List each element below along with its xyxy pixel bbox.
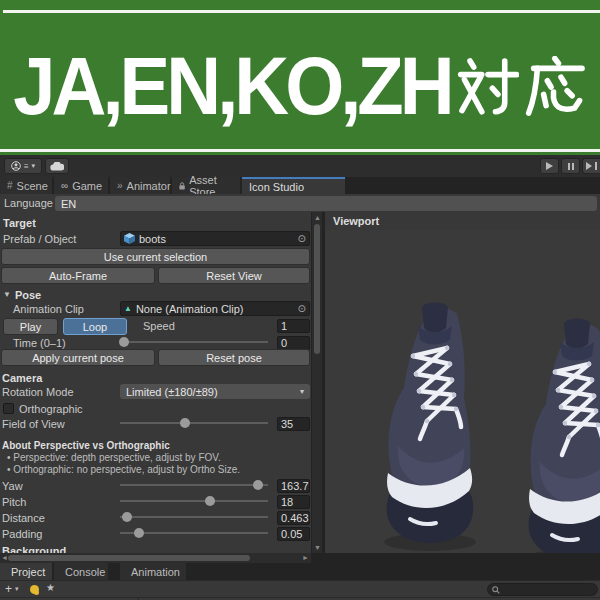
hscroll-thumb[interactable]: [8, 555, 250, 561]
tab-scene[interactable]: # Scene: [0, 177, 52, 194]
slider-handle[interactable]: [205, 496, 215, 506]
tab-animation[interactable]: Animation: [120, 563, 186, 580]
pose-foldout-icon[interactable]: ▼: [3, 290, 11, 299]
loop-toggle-button[interactable]: Loop: [63, 318, 127, 335]
speed-value-field[interactable]: 1: [277, 319, 310, 333]
chevron-down-icon[interactable]: ▾: [15, 585, 19, 593]
tab-label: Project: [11, 566, 45, 578]
language-dropdown[interactable]: EN: [55, 196, 597, 211]
field-value: 35: [281, 418, 293, 430]
project-toolbar: + ▾ ★: [0, 580, 600, 597]
field-value: 0.4639: [281, 512, 310, 524]
pause-button[interactable]: [561, 158, 580, 174]
field-value: 0.05: [281, 528, 302, 540]
boots-3d-render: [325, 230, 600, 553]
slider-handle[interactable]: [122, 512, 132, 522]
layers-icon: ≡: [24, 162, 29, 171]
time-slider[interactable]: [120, 335, 268, 349]
account-menu-button[interactable]: ≡ ▾: [4, 158, 42, 174]
field-of-view-value-field[interactable]: 35: [277, 417, 310, 431]
animation-clip-label: Animation Clip: [13, 303, 84, 315]
play-icon: [546, 162, 553, 170]
tab-asset-store[interactable]: Asset Store: [172, 177, 240, 194]
language-row: Language EN: [0, 194, 600, 212]
left-panel-hscrollbar[interactable]: ◄ ►: [0, 553, 311, 563]
asset-store-lock-icon: [179, 181, 185, 191]
padding-value-field[interactable]: 0.05: [277, 527, 310, 541]
button-label: Play: [20, 321, 41, 333]
language-value: EN: [61, 198, 76, 210]
pitch-value-field[interactable]: 18: [277, 495, 310, 509]
tab-animator[interactable]: » Animator: [110, 177, 170, 194]
play-pose-button[interactable]: Play: [3, 318, 58, 335]
create-add-button[interactable]: +: [5, 582, 12, 596]
use-current-selection-button[interactable]: Use current selection: [1, 248, 310, 265]
banner-top-line: [3, 10, 600, 13]
reset-pose-button[interactable]: Reset pose: [158, 349, 310, 366]
distance-label: Distance: [2, 512, 45, 524]
time-value-field[interactable]: 0: [277, 336, 310, 350]
distance-value-field[interactable]: 0.4639: [277, 511, 310, 525]
scroll-right-icon[interactable]: ►: [302, 554, 309, 561]
prefab-object-value: boots: [139, 233, 166, 245]
chevron-down-icon: ▾: [32, 162, 36, 170]
unity-toolbar: ≡ ▾: [0, 155, 600, 177]
orthographic-checkbox[interactable]: [3, 403, 14, 414]
rotation-mode-dropdown[interactable]: Limited (±180/±89) ▾: [120, 384, 310, 399]
viewport-3d-canvas[interactable]: [325, 230, 600, 553]
scroll-down-icon[interactable]: ▼: [314, 544, 321, 551]
tab-label: Icon Studio: [249, 181, 304, 193]
slider-track: [120, 500, 268, 502]
tab-console[interactable]: Console: [54, 563, 108, 580]
pitch-label: Pitch: [2, 496, 26, 508]
auto-frame-button[interactable]: Auto-Frame: [1, 267, 155, 284]
slider-track: [120, 484, 268, 486]
package-visibility-icon[interactable]: [30, 585, 39, 594]
left-panel-vscrollbar[interactable]: ▲ ▼: [311, 212, 322, 553]
tab-icon-studio[interactable]: Icon Studio: [242, 177, 345, 194]
prefab-cube-icon: [124, 233, 135, 244]
editor-tab-bar: # Scene ∞ Game » Animator Asset Store Ic…: [0, 177, 600, 194]
search-field[interactable]: [487, 583, 598, 596]
scroll-left-icon[interactable]: ◄: [1, 554, 8, 561]
cloud-button[interactable]: [45, 158, 69, 174]
play-button[interactable]: [540, 158, 559, 174]
pitch-slider[interactable]: [120, 494, 268, 508]
yaw-value-field[interactable]: 163.75: [277, 479, 310, 493]
vscroll-thumb[interactable]: [314, 224, 320, 354]
scroll-up-icon[interactable]: ▲: [314, 214, 321, 221]
padding-slider[interactable]: [120, 526, 268, 540]
slider-handle[interactable]: [253, 480, 263, 490]
time-label: Time (0–1): [13, 337, 66, 349]
tab-project[interactable]: Project: [0, 563, 52, 580]
object-picker-icon[interactable]: ⊙: [298, 304, 306, 314]
yaw-slider[interactable]: [120, 478, 268, 492]
game-gamepad-icon: ∞: [61, 181, 68, 191]
apply-current-pose-button[interactable]: Apply current pose: [1, 349, 155, 366]
reset-view-button[interactable]: Reset View: [158, 267, 310, 284]
viewport-panel: Viewport: [325, 212, 600, 553]
chevron-down-icon: ▾: [300, 387, 304, 396]
favorites-star-icon[interactable]: ★: [46, 582, 55, 593]
button-label: Loop: [83, 321, 107, 333]
animation-clip-value: None (Animation Clip): [136, 303, 244, 315]
tab-game[interactable]: ∞ Game: [54, 177, 108, 194]
target-heading: Target: [3, 217, 36, 229]
camera-heading: Camera: [2, 372, 42, 384]
scene-grid-icon: #: [7, 181, 13, 191]
button-label: Reset pose: [206, 352, 262, 364]
hscroll-row: ◄ ►: [0, 553, 600, 563]
pose-heading: Pose: [15, 289, 41, 301]
distance-slider[interactable]: [120, 510, 268, 524]
slider-handle[interactable]: [134, 528, 144, 538]
step-button[interactable]: [582, 158, 600, 174]
tab-label: Animator: [127, 180, 171, 192]
object-picker-icon[interactable]: ⊙: [298, 234, 306, 244]
animation-clip-field[interactable]: ▲ None (Animation Clip) ⊙: [120, 301, 310, 316]
slider-handle[interactable]: [119, 337, 129, 347]
slider-handle[interactable]: [180, 418, 190, 428]
field-of-view-label: Field of View: [2, 418, 65, 430]
rotation-mode-label: Rotation Mode: [2, 386, 74, 398]
field-of-view-slider[interactable]: [120, 416, 268, 430]
prefab-object-field[interactable]: boots ⊙: [120, 231, 310, 246]
